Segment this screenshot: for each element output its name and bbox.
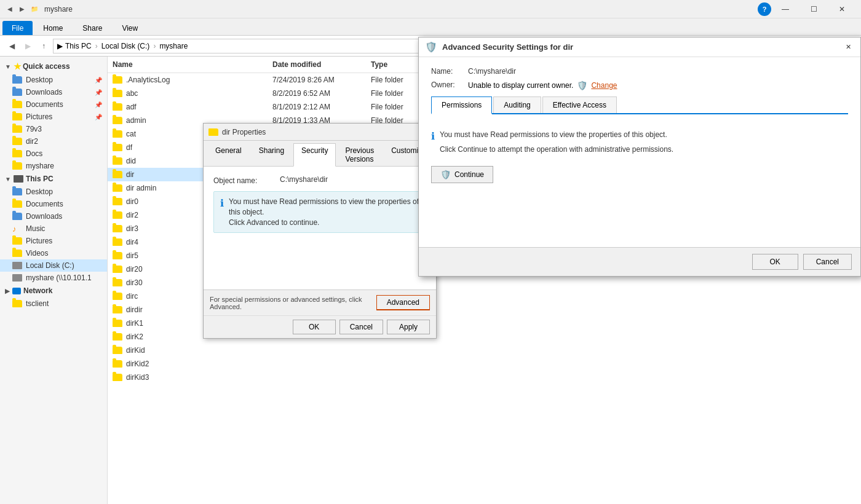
tab-home[interactable]: Home — [34, 21, 72, 35]
pin-icon-pic: 📌 — [95, 114, 102, 120]
dir-props-info-text: You must have Read permissions to view t… — [229, 197, 419, 227]
footer-buttons: Advanced — [376, 295, 430, 310]
dir-props-tab-general[interactable]: General — [207, 143, 250, 166]
forward-button[interactable]: ▶ — [21, 39, 34, 53]
adv-close-btn[interactable]: ✕ — [842, 41, 854, 53]
sidebar-item-tsclient[interactable]: tsclient — [0, 297, 107, 310]
props-folder-icon — [208, 128, 218, 136]
table-row[interactable]: dirKid2 — [108, 357, 861, 371]
adv-title-text: Advanced Security Settings for dir — [442, 42, 837, 52]
object-name-label: Object name: — [213, 175, 275, 185]
sidebar-item-videos[interactable]: Videos — [0, 247, 107, 259]
sidebar-item-79v3[interactable]: 79v3 — [0, 123, 107, 135]
file-folder-icon — [113, 320, 122, 327]
adv-tab-effective-access[interactable]: Effective Access — [542, 96, 617, 113]
adv-tabs: Permissions Auditing Effective Access — [431, 96, 848, 114]
sidebar-network-header[interactable]: ▶ Network — [0, 284, 107, 297]
dir-props-tab-prevver[interactable]: Previous Versions — [337, 143, 382, 166]
file-folder-icon — [113, 374, 122, 381]
sidebar-item-pictures-pc[interactable]: Pictures — [0, 235, 107, 247]
close-button[interactable]: ✕ — [828, 0, 856, 18]
dir-props-title: dir Properties — [222, 128, 415, 136]
footer-note: For special permissions or advanced sett… — [210, 296, 376, 310]
dir-props-title-bar: dir Properties ✕ — [204, 124, 436, 141]
dir-props-tab-sharing[interactable]: Sharing — [251, 143, 292, 166]
file-folder-icon — [113, 293, 122, 300]
adv-security-dialog: 🛡️ Advanced Security Settings for dir ✕ … — [418, 37, 861, 277]
change-owner-link[interactable]: Change — [591, 81, 617, 90]
dir-apply-button[interactable]: Apply — [387, 320, 430, 334]
adv-cancel-button[interactable]: Cancel — [803, 254, 852, 270]
downloads-icon-pc — [12, 213, 22, 220]
pin-icon-dl: 📌 — [95, 89, 102, 96]
file-folder-icon — [113, 279, 122, 286]
tab-view[interactable]: View — [113, 21, 147, 35]
adv-tab-permissions[interactable]: Permissions — [431, 96, 492, 114]
advanced-button[interactable]: Advanced — [376, 295, 430, 310]
adv-owner-value: Unable to display current owner. 🛡️ Chan… — [468, 81, 617, 90]
col-header-date[interactable]: Date modified — [268, 59, 366, 70]
file-folder-icon — [113, 360, 122, 368]
sidebar-item-documents-pc[interactable]: Documents — [0, 198, 107, 210]
pin-icon: 📌 — [95, 77, 102, 84]
adv-ok-button[interactable]: OK — [752, 254, 798, 270]
adv-name-value: C:\myshare\dir — [468, 67, 848, 76]
sidebar-item-docs[interactable]: Docs — [0, 148, 107, 160]
tab-share[interactable]: Share — [73, 21, 111, 35]
file-folder-icon — [113, 306, 122, 313]
documents-icon-qa — [12, 101, 22, 108]
file-folder-icon — [113, 238, 122, 246]
minimize-button[interactable]: — — [771, 0, 800, 18]
help-button[interactable]: ? — [758, 2, 771, 16]
back-button[interactable]: ◀ — [5, 39, 18, 53]
sidebar-quickaccess-header[interactable]: ▼ ★ Quick access — [0, 59, 107, 74]
path-part-thispc: ▶ — [57, 42, 63, 50]
dir-props-footer: For special permissions or advanced sett… — [204, 289, 436, 315]
up-button[interactable]: ↑ — [37, 39, 50, 53]
adv-name-label: Name: — [431, 67, 468, 76]
dir-ok-button[interactable]: OK — [293, 320, 336, 334]
maximize-button[interactable]: ☐ — [800, 0, 828, 18]
adv-info-box: ℹ You must have Read permissions to view… — [431, 124, 848, 160]
file-folder-icon — [113, 225, 122, 232]
info-icon: ℹ — [220, 197, 224, 227]
dir-props-info-box: ℹ You must have Read permissions to view… — [213, 191, 426, 233]
sidebar-thispc-header[interactable]: ▼ This PC — [0, 172, 107, 186]
sidebar-item-myshare-qa[interactable]: myshare — [0, 160, 107, 172]
sidebar-item-downloads-qa[interactable]: Downloads 📌 — [0, 86, 107, 98]
path-sep1: › — [95, 42, 98, 50]
quickaccess-arrow: ▼ — [5, 63, 11, 70]
continue-button[interactable]: 🛡️ Continue — [431, 166, 493, 183]
dir-cancel-button[interactable]: Cancel — [339, 320, 383, 334]
col-header-name[interactable]: Name — [108, 59, 268, 70]
ribbon-tabs: File Home Share View — [0, 18, 861, 36]
sidebar-item-localdisk[interactable]: Local Disk (C:) — [0, 259, 107, 272]
file-folder-icon — [113, 103, 122, 111]
tab-file[interactable]: File — [2, 21, 33, 35]
thispc-arrow: ▼ — [5, 176, 11, 183]
folder-dir2-icon — [12, 138, 22, 145]
myshare-net-icon — [12, 274, 22, 282]
sidebar-item-documents-qa[interactable]: Documents 📌 — [0, 98, 107, 111]
object-name-field: Object name: C:\myshare\dir — [213, 175, 426, 185]
sidebar-item-myshare-net[interactable]: myshare (\\10.101.1 — [0, 272, 107, 284]
sidebar-item-dir2[interactable]: dir2 — [0, 135, 107, 148]
sidebar-item-desktop-pc[interactable]: Desktop — [0, 186, 107, 198]
adv-tab-auditing[interactable]: Auditing — [493, 96, 541, 113]
downloads-icon-qa — [12, 89, 22, 96]
dir-props-tabs: General Sharing Security Previous Versio… — [204, 141, 436, 167]
table-row[interactable]: dirKid — [108, 344, 861, 357]
network-arrow: ▶ — [5, 288, 10, 294]
quickaccess-star-icon: ★ — [14, 61, 22, 71]
pictures-icon-pc — [12, 237, 22, 245]
sidebar-item-downloads-pc[interactable]: Downloads — [0, 210, 107, 222]
adv-content: ℹ You must have Read permissions to view… — [431, 114, 848, 237]
sidebar-item-music[interactable]: ♪ Music — [0, 222, 107, 235]
owner-shield-icon: 🛡️ — [577, 81, 587, 90]
file-folder-icon — [113, 157, 122, 165]
sidebar-item-pictures-qa[interactable]: Pictures 📌 — [0, 111, 107, 123]
music-icon: ♪ — [12, 224, 22, 233]
sidebar-item-desktop-qa[interactable]: Desktop 📌 — [0, 74, 107, 86]
table-row[interactable]: dirKid3 — [108, 371, 861, 384]
dir-props-tab-security[interactable]: Security — [293, 143, 336, 167]
